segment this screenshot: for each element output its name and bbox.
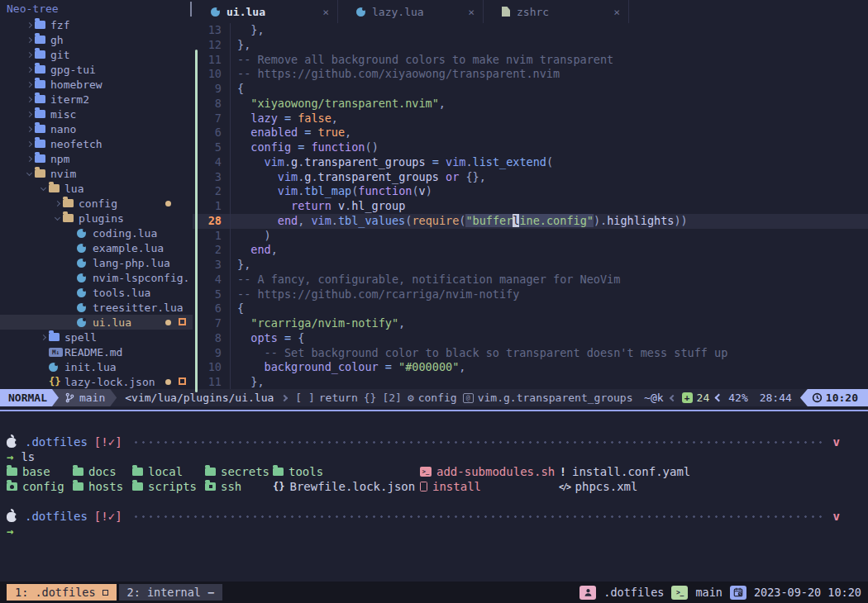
expander-icon[interactable] [23, 112, 35, 116]
expander-icon[interactable] [23, 97, 35, 102]
tree-item-plugins[interactable]: plugins [0, 211, 193, 226]
code-line[interactable]: 11-- Remove all background colors to mak… [193, 53, 868, 68]
expander-icon[interactable] [37, 188, 49, 190]
expander-icon[interactable] [37, 335, 49, 339]
tree-item-nvim-lspconfig.[interactable]: nvim-lspconfig. [0, 270, 193, 285]
tree-item-fzf[interactable]: fzf [0, 17, 193, 32]
close-icon[interactable]: × [468, 6, 475, 18]
line-number: 11 [193, 53, 231, 68]
chevron-right-icon [26, 126, 31, 131]
tree-item-nvim[interactable]: nvim [0, 166, 193, 181]
code-line[interactable]: 13 }, [193, 23, 868, 38]
shell-pane[interactable]: .dotfiles [!✓] v → ls basedocslocalsecre… [0, 411, 868, 582]
expander-icon[interactable] [23, 83, 35, 87]
tree-item-lazy-lock.json[interactable]: {}lazy-lock.json [0, 374, 193, 389]
tmux-window-1-dotfiles[interactable]: 1: .dotfiles [7, 584, 117, 601]
tree-item-config[interactable]: config [0, 196, 193, 211]
code-line[interactable]: 4-- A fancy, configurable, notification … [193, 273, 868, 287]
tree-item-coding.lua[interactable]: coding.lua [0, 226, 193, 240]
code-token: vim [446, 155, 465, 169]
code-line[interactable]: 11 }, [193, 375, 868, 390]
tree-item-git[interactable]: git [0, 47, 193, 62]
code-line[interactable]: 3}, [193, 258, 868, 273]
code-line[interactable]: 8 opts = { [193, 331, 868, 346]
code-line[interactable]: 10-- https://github.com/xiyaowong/transp… [193, 67, 868, 82]
code-text: }, [231, 375, 265, 390]
close-icon[interactable]: × [613, 6, 620, 18]
symbol-kind-icon: {} [364, 392, 377, 404]
code-line[interactable]: 5-- https://github.com/rcarriga/nvim-not… [193, 287, 868, 302]
code-line[interactable]: 2 end, [193, 243, 868, 258]
code-text: -- Remove all background colors to make … [231, 53, 613, 68]
expander-icon[interactable] [51, 202, 63, 206]
file-entry-Brewfile.lock.json: {}Brewfile.lock.json [273, 480, 420, 493]
close-icon[interactable]: × [322, 6, 329, 18]
tmux-window-2-internal[interactable]: 2: internal− [119, 584, 223, 601]
tree-item-npm[interactable]: npm [0, 151, 193, 166]
neotree-scrollbar[interactable] [190, 2, 192, 17]
chevron-right-icon [26, 155, 31, 161]
code-token: return [291, 199, 331, 212]
tree-item-tools.lua[interactable]: tools.lua [0, 285, 193, 300]
tree-item-iterm2[interactable]: iterm2 [0, 92, 193, 107]
tree-item-lang-php.lua[interactable]: lang-php.lua [0, 255, 193, 270]
expander-icon[interactable] [23, 53, 35, 57]
tab-ui.lua[interactable]: ui.lua× [193, 0, 338, 23]
tree-item-README.md[interactable]: M↓README.md [0, 344, 193, 359]
tree-item-treesitter.lua[interactable]: treesitter.lua [0, 300, 193, 315]
tree-item-homebrew[interactable]: homebrew [0, 77, 193, 92]
code-line[interactable]: 10 background_colour = "#000000", [193, 360, 868, 375]
register-indicator: ~@k [644, 392, 663, 404]
folder-icon [35, 36, 45, 44]
expander-icon[interactable] [23, 23, 35, 27]
tree-item-label: misc [50, 108, 76, 121]
expander-icon[interactable] [23, 173, 35, 175]
tree-item-example.lua[interactable]: example.lua [0, 240, 193, 255]
code-line[interactable]: 7 "rcarriga/nvim-notify", [193, 316, 868, 331]
code-line[interactable]: 6 enabled = true, [193, 126, 868, 140]
tree-item-lua[interactable]: lua [0, 181, 193, 196]
tab-zshrc[interactable]: zshrc× [484, 0, 629, 23]
code-line[interactable]: 9 -- Set background color to black so tr… [193, 346, 868, 361]
open-folder-icon [49, 184, 60, 192]
code-token: . [331, 214, 338, 227]
tree-item-ui.lua[interactable]: ui.lua [0, 315, 193, 330]
expander-icon[interactable] [23, 157, 35, 161]
expander-icon[interactable] [51, 217, 63, 220]
tree-item-misc[interactable]: misc [0, 107, 193, 121]
code-line[interactable]: 4 vim.g.transparent_groups = vim.list_ex… [193, 155, 868, 170]
code-line[interactable]: 1 return v.hl_group [193, 199, 868, 214]
tab-lazy.lua[interactable]: lazy.lua× [338, 0, 484, 23]
expander-icon[interactable] [23, 127, 35, 131]
code-token: ( [546, 155, 553, 169]
tree-item-init.lua[interactable]: init.lua [0, 359, 193, 374]
code-line[interactable]: 3 vim.g.transparent_groups or {}, [193, 170, 868, 185]
tree-item-spell[interactable]: spell [0, 330, 193, 344]
code-line[interactable]: 2 vim.tbl_map(function(v) [193, 184, 868, 199]
tree-item-gh[interactable]: gh [0, 32, 193, 47]
code-line[interactable]: 8 "xiyaowong/transparent.nvim", [193, 97, 868, 112]
code-line[interactable]: 7 lazy = false, [193, 112, 868, 126]
code-token: }, [237, 258, 250, 271]
tree-item-gpg-tui[interactable]: gpg-tui [0, 62, 193, 77]
command-line-empty[interactable]: → [7, 524, 868, 539]
tree-item-neofetch[interactable]: neofetch [0, 136, 193, 151]
git-branch-segment[interactable]: main [52, 389, 117, 406]
code-line[interactable]: 1 ) [193, 229, 868, 244]
expander-icon[interactable] [23, 68, 35, 72]
tree-item-nano[interactable]: nano [0, 121, 193, 136]
breadcrumb-label: config [418, 392, 457, 404]
editor-scrollbar[interactable] [195, 50, 198, 392]
expander-icon[interactable] [23, 38, 35, 42]
file-entry-config: config [7, 480, 73, 493]
code-line[interactable]: 9{ [193, 82, 868, 97]
current-code-line[interactable]: 28 end, vim.tbl_values(require("bufferli… [193, 214, 868, 229]
code-line[interactable]: 5 config = function() [193, 140, 868, 155]
expander-icon[interactable] [23, 142, 35, 146]
code-area[interactable]: 13 },12},11-- Remove all background colo… [193, 23, 868, 389]
code-token: }, [237, 375, 265, 388]
folder-icon [35, 65, 45, 74]
file-entry-secrets: secrets [205, 465, 273, 478]
code-line[interactable]: 6{ [193, 302, 868, 316]
code-line[interactable]: 12}, [193, 38, 868, 53]
